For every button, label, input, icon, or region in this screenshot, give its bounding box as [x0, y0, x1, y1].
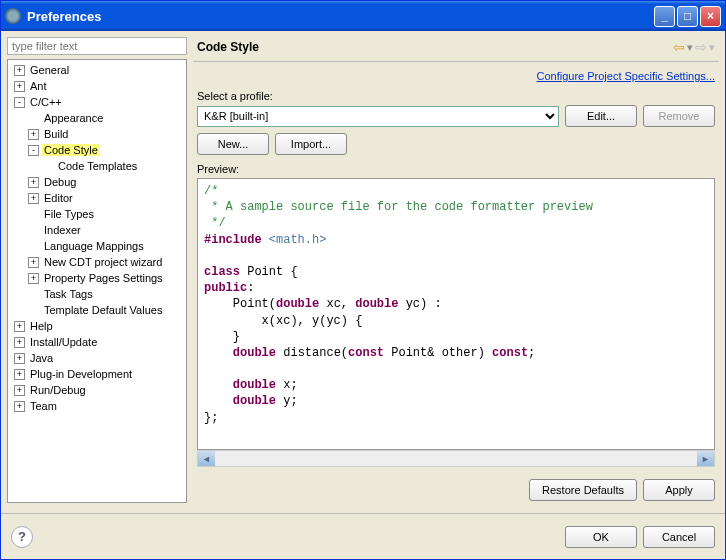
page-title: Code Style: [197, 40, 671, 54]
tree-expand-icon: [28, 209, 39, 220]
tree-item[interactable]: -C/C++: [8, 94, 186, 110]
tree-item[interactable]: Language Mappings: [8, 238, 186, 254]
tree-expand-icon: [28, 241, 39, 252]
window-title: Preferences: [27, 9, 654, 24]
tree-item[interactable]: +Ant: [8, 78, 186, 94]
tree-expand-icon[interactable]: +: [14, 401, 25, 412]
tree-item-label: Language Mappings: [42, 240, 146, 252]
tree-expand-icon[interactable]: +: [14, 337, 25, 348]
tree-item[interactable]: Code Templates: [8, 158, 186, 174]
select-profile-label: Select a profile:: [193, 88, 719, 105]
tree-item[interactable]: File Types: [8, 206, 186, 222]
minimize-button[interactable]: _: [654, 6, 675, 27]
tree-expand-icon[interactable]: +: [28, 129, 39, 140]
tree-expand-icon[interactable]: +: [14, 385, 25, 396]
import-button[interactable]: Import...: [275, 133, 347, 155]
forward-icon: ⇨: [693, 39, 709, 55]
apply-button[interactable]: Apply: [643, 479, 715, 501]
tree-expand-icon[interactable]: -: [28, 145, 39, 156]
tree-item[interactable]: Indexer: [8, 222, 186, 238]
preferences-tree[interactable]: +General+Ant-C/C++Appearance+Build-Code …: [7, 59, 187, 503]
tree-item[interactable]: +Run/Debug: [8, 382, 186, 398]
tree-item-label: C/C++: [28, 96, 64, 108]
tree-item-label: Team: [28, 400, 59, 412]
cancel-button[interactable]: Cancel: [643, 526, 715, 548]
dialog-footer: ? OK Cancel: [1, 513, 725, 559]
tree-item-label: Ant: [28, 80, 49, 92]
tree-item[interactable]: +Build: [8, 126, 186, 142]
tree-item-label: Debug: [42, 176, 78, 188]
horizontal-scrollbar[interactable]: ◄ ►: [197, 450, 715, 467]
tree-expand-icon: [28, 225, 39, 236]
tree-item-label: Build: [42, 128, 70, 140]
tree-item-label: File Types: [42, 208, 96, 220]
new-button[interactable]: New...: [197, 133, 269, 155]
maximize-button[interactable]: □: [677, 6, 698, 27]
tree-expand-icon[interactable]: +: [14, 321, 25, 332]
tree-item-label: Help: [28, 320, 55, 332]
preview-label: Preview:: [193, 163, 719, 178]
ok-button[interactable]: OK: [565, 526, 637, 548]
tree-item[interactable]: Template Default Values: [8, 302, 186, 318]
back-icon[interactable]: ⇦: [671, 39, 687, 55]
left-pane: +General+Ant-C/C++Appearance+Build-Code …: [7, 37, 187, 503]
tree-item-label: Run/Debug: [28, 384, 88, 396]
tree-item[interactable]: +Plug-in Development: [8, 366, 186, 382]
right-pane: Code Style ⇦ ▾ ⇨ ▾ Configure Project Spe…: [193, 37, 719, 503]
tree-expand-icon[interactable]: -: [14, 97, 25, 108]
tree-item-label: Property Pages Settings: [42, 272, 165, 284]
tree-item-label: New CDT project wizard: [42, 256, 164, 268]
help-icon[interactable]: ?: [11, 526, 33, 548]
tree-item[interactable]: +Team: [8, 398, 186, 414]
tree-item-label: Template Default Values: [42, 304, 164, 316]
tree-expand-icon[interactable]: +: [28, 193, 39, 204]
tree-expand-icon: [28, 113, 39, 124]
tree-item[interactable]: +Property Pages Settings: [8, 270, 186, 286]
tree-item-label: Indexer: [42, 224, 83, 236]
tree-item[interactable]: -Code Style: [8, 142, 186, 158]
titlebar[interactable]: Preferences _ □ ×: [1, 1, 725, 31]
tree-item-label: Editor: [42, 192, 75, 204]
profile-select[interactable]: K&R [built-in]: [197, 106, 559, 127]
restore-defaults-button[interactable]: Restore Defaults: [529, 479, 637, 501]
tree-item[interactable]: Appearance: [8, 110, 186, 126]
tree-expand-icon: [28, 289, 39, 300]
tree-item[interactable]: +General: [8, 62, 186, 78]
tree-item-label: Code Style: [42, 144, 100, 156]
tree-expand-icon[interactable]: +: [28, 177, 39, 188]
edit-button[interactable]: Edit...: [565, 105, 637, 127]
preview-area[interactable]: /* * A sample source file for the code f…: [197, 178, 715, 450]
configure-project-link[interactable]: Configure Project Specific Settings...: [536, 70, 715, 82]
close-button[interactable]: ×: [700, 6, 721, 27]
tree-expand-icon: [28, 305, 39, 316]
filter-input[interactable]: [7, 37, 187, 55]
tree-item-label: Task Tags: [42, 288, 95, 300]
tree-expand-icon[interactable]: +: [14, 81, 25, 92]
tree-expand-icon[interactable]: +: [14, 353, 25, 364]
preferences-window: Preferences _ □ × +General+Ant-C/C++Appe…: [0, 0, 726, 560]
tree-item[interactable]: +Editor: [8, 190, 186, 206]
scroll-left-icon[interactable]: ◄: [198, 451, 215, 466]
tree-item[interactable]: +Java: [8, 350, 186, 366]
tree-item-label: Code Templates: [56, 160, 139, 172]
tree-item-label: Plug-in Development: [28, 368, 134, 380]
tree-item[interactable]: +Debug: [8, 174, 186, 190]
tree-item[interactable]: Task Tags: [8, 286, 186, 302]
scroll-right-icon[interactable]: ►: [697, 451, 714, 466]
tree-item-label: Appearance: [42, 112, 105, 124]
tree-item[interactable]: +Install/Update: [8, 334, 186, 350]
tree-item-label: Java: [28, 352, 55, 364]
tree-item-label: General: [28, 64, 71, 76]
app-icon: [5, 8, 21, 24]
tree-expand-icon[interactable]: +: [14, 65, 25, 76]
tree-expand-icon[interactable]: +: [28, 273, 39, 284]
remove-button: Remove: [643, 105, 715, 127]
tree-expand-icon[interactable]: +: [28, 257, 39, 268]
tree-item[interactable]: +Help: [8, 318, 186, 334]
tree-item-label: Install/Update: [28, 336, 99, 348]
tree-expand-icon[interactable]: +: [14, 369, 25, 380]
tree-expand-icon: [42, 161, 53, 172]
tree-item[interactable]: +New CDT project wizard: [8, 254, 186, 270]
